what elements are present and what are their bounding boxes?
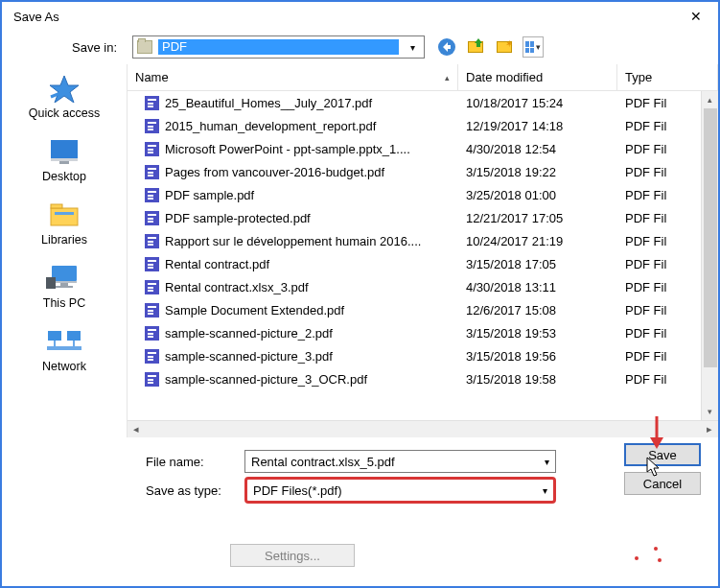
svg-rect-14 bbox=[47, 346, 81, 350]
new-folder-button[interactable]: ✶ bbox=[494, 36, 515, 58]
file-row[interactable]: 25_Beautiful_Homes__July_2017.pdf10/18/2… bbox=[128, 91, 701, 114]
sort-asc-icon: ▴ bbox=[445, 73, 450, 82]
pdf-file-icon bbox=[145, 119, 159, 133]
back-button[interactable] bbox=[436, 36, 457, 58]
svg-rect-2 bbox=[51, 158, 78, 161]
toolbar-icons: ✶ ▾ bbox=[436, 36, 544, 58]
file-type: PDF Fil bbox=[617, 234, 701, 248]
pdf-file-icon bbox=[145, 234, 159, 248]
pdf-file-icon bbox=[145, 349, 159, 364]
file-name: PDF sample.pdf bbox=[165, 188, 254, 202]
file-area: Name▴ Date modified Type 25_Beautiful_Ho… bbox=[127, 64, 718, 437]
place-quick-access[interactable]: Quick access bbox=[2, 74, 127, 120]
horizontal-scrollbar[interactable]: ◂ ▸ bbox=[128, 420, 718, 437]
place-libraries[interactable]: Libraries bbox=[2, 200, 127, 247]
file-type: PDF Fil bbox=[617, 326, 701, 341]
file-row[interactable]: 2015_human_development_report.pdf12/19/2… bbox=[128, 114, 701, 137]
file-name: sample-scanned-picture_3.pdf bbox=[165, 349, 333, 364]
places-bar: Quick access Desktop Libraries This PC N… bbox=[2, 64, 127, 437]
place-this-pc[interactable]: This PC bbox=[2, 264, 127, 310]
file-name: 25_Beautiful_Homes__July_2017.pdf bbox=[165, 96, 372, 110]
file-type: PDF Fil bbox=[617, 303, 701, 318]
file-row[interactable]: Rental contract.xlsx_3.pdf4/30/2018 13:1… bbox=[128, 275, 701, 298]
svg-rect-3 bbox=[59, 161, 69, 164]
pdf-file-icon bbox=[145, 188, 159, 202]
file-type: PDF Fil bbox=[617, 211, 701, 225]
file-row[interactable]: PDF sample-protected.pdf12/21/2017 17:05… bbox=[128, 206, 701, 229]
pdf-file-icon bbox=[145, 96, 159, 110]
cancel-button[interactable]: Cancel bbox=[624, 472, 701, 495]
pdf-file-icon bbox=[145, 211, 159, 225]
annotation-dot bbox=[658, 558, 662, 562]
file-name: 2015_human_development_report.pdf bbox=[165, 119, 376, 133]
file-name: Rental contract.xlsx_3.pdf bbox=[165, 280, 309, 294]
close-button[interactable]: ✕ bbox=[682, 9, 710, 24]
file-type: PDF Fil bbox=[617, 142, 701, 156]
file-date: 3/25/2018 01:00 bbox=[458, 188, 617, 202]
file-row[interactable]: Rapport sur le développement humain 2016… bbox=[128, 229, 701, 252]
place-label: Desktop bbox=[42, 170, 86, 183]
settings-button[interactable]: Settings... bbox=[230, 544, 355, 567]
file-row[interactable]: Rental contract.pdf3/15/2018 17:05PDF Fi… bbox=[128, 252, 701, 275]
star-icon bbox=[47, 74, 81, 103]
bottom-form: File name: Rental contract.xlsx_5.pdf ▾ … bbox=[2, 443, 718, 508]
pdf-file-icon bbox=[145, 372, 159, 387]
filetype-select[interactable]: PDF Files(*.pdf) ▾ bbox=[244, 477, 556, 504]
scroll-right-icon[interactable]: ▸ bbox=[701, 423, 718, 435]
file-name: sample-scanned-picture_3_OCR.pdf bbox=[165, 372, 367, 387]
file-row[interactable]: Pages from vancouver-2016-budget.pdf3/15… bbox=[128, 160, 701, 183]
column-date[interactable]: Date modified bbox=[458, 64, 617, 90]
pdf-file-icon bbox=[145, 165, 159, 179]
pdf-file-icon bbox=[145, 303, 159, 318]
savein-combo[interactable]: PDF ▾ bbox=[132, 35, 425, 59]
annotation-dot bbox=[635, 556, 639, 560]
up-one-level-button[interactable] bbox=[465, 36, 486, 58]
scroll-up-icon[interactable]: ▴ bbox=[702, 91, 718, 108]
filename-row: File name: Rental contract.xlsx_5.pdf ▾ bbox=[146, 447, 701, 476]
file-date: 3/15/2018 19:22 bbox=[458, 165, 617, 179]
pdf-file-icon bbox=[145, 280, 159, 294]
file-type: PDF Fil bbox=[617, 96, 701, 110]
body-area: Quick access Desktop Libraries This PC N… bbox=[2, 63, 718, 437]
file-list: 25_Beautiful_Homes__July_2017.pdf10/18/2… bbox=[128, 91, 718, 420]
svg-rect-6 bbox=[55, 212, 74, 215]
file-row[interactable]: Microsoft PowerPoint - ppt-sample.pptx_1… bbox=[128, 137, 701, 160]
file-date: 12/21/2017 17:05 bbox=[458, 211, 617, 225]
vertical-scrollbar[interactable]: ▴ ▾ bbox=[701, 91, 718, 420]
views-button[interactable]: ▾ bbox=[523, 36, 544, 58]
file-date: 12/6/2017 15:08 bbox=[458, 303, 617, 318]
svg-rect-13 bbox=[67, 331, 81, 341]
column-type[interactable]: Type bbox=[617, 64, 718, 90]
settings-row: Settings... bbox=[230, 544, 355, 567]
file-type: PDF Fil bbox=[617, 257, 701, 271]
file-row[interactable]: sample-scanned-picture_2.pdf3/15/2018 19… bbox=[128, 321, 701, 344]
scroll-thumb[interactable] bbox=[704, 108, 717, 367]
file-type: PDF Fil bbox=[617, 280, 701, 294]
savein-row: Save in: PDF ▾ ✶ ▾ bbox=[2, 31, 718, 63]
window-title: Save As bbox=[10, 10, 59, 24]
savein-label: Save in: bbox=[21, 40, 127, 55]
place-desktop[interactable]: Desktop bbox=[2, 137, 127, 183]
file-date: 10/24/2017 21:19 bbox=[458, 234, 617, 248]
file-name: Sample Document Extended.pdf bbox=[165, 303, 344, 318]
filename-label: File name: bbox=[146, 455, 237, 469]
scroll-down-icon[interactable]: ▾ bbox=[702, 403, 718, 420]
scroll-left-icon[interactable]: ◂ bbox=[128, 423, 145, 435]
place-label: Network bbox=[42, 360, 86, 373]
file-row[interactable]: Sample Document Extended.pdf12/6/2017 15… bbox=[128, 298, 701, 321]
file-type: PDF Fil bbox=[617, 372, 701, 387]
file-row[interactable]: PDF sample.pdf3/25/2018 01:00PDF Fil bbox=[128, 183, 701, 206]
desktop-icon bbox=[45, 137, 83, 166]
file-row[interactable]: sample-scanned-picture_3_OCR.pdf3/15/201… bbox=[128, 367, 701, 390]
file-row[interactable]: sample-scanned-picture_3.pdf3/15/2018 19… bbox=[128, 344, 701, 367]
filename-input[interactable]: Rental contract.xlsx_5.pdf ▾ bbox=[244, 450, 556, 473]
pdf-file-icon bbox=[145, 326, 159, 341]
column-name[interactable]: Name▴ bbox=[128, 64, 458, 90]
chevron-down-icon: ▾ bbox=[405, 42, 420, 53]
libraries-icon bbox=[45, 200, 83, 229]
file-date: 4/30/2018 13:11 bbox=[458, 280, 617, 294]
file-name: Rental contract.pdf bbox=[165, 257, 269, 271]
place-network[interactable]: Network bbox=[2, 327, 127, 373]
file-type: PDF Fil bbox=[617, 119, 701, 133]
pdf-file-icon bbox=[145, 142, 159, 156]
